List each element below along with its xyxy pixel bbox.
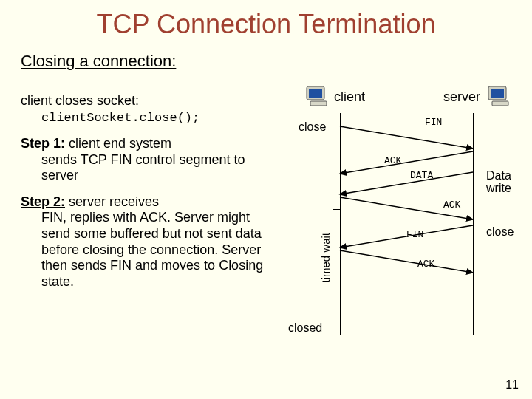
msg-ack1: ACK xyxy=(384,155,401,166)
server-label: server xyxy=(443,89,480,105)
step2-head: Step 2: xyxy=(21,194,65,209)
step2-tail: server receives xyxy=(65,194,159,209)
client-computer-icon xyxy=(304,85,331,112)
message-arrows xyxy=(340,113,473,342)
page-title: TCP Connection Termination xyxy=(0,0,532,40)
step1-head: Step 1: xyxy=(21,136,65,151)
server-timeline xyxy=(473,113,474,335)
section-subtitle: Closing a connection: xyxy=(0,40,532,78)
msg-data: DATA xyxy=(410,170,433,181)
evt-client-close: close xyxy=(299,120,326,134)
intro-code: clientSocket.close(); xyxy=(21,111,200,125)
evt-server-datawrite: Data write xyxy=(486,170,523,195)
msg-fin1: FIN xyxy=(425,117,442,128)
timed-wait-bracket xyxy=(332,209,340,321)
svg-line-6 xyxy=(340,126,473,149)
svg-rect-5 xyxy=(492,101,508,106)
step1-tail: client end system xyxy=(65,136,171,151)
msg-ack3: ACK xyxy=(417,259,434,270)
client-timeline xyxy=(340,113,341,335)
msg-fin2: FIN xyxy=(406,229,423,240)
svg-line-8 xyxy=(340,172,473,194)
svg-rect-1 xyxy=(309,89,322,98)
intro-line: client closes socket: xyxy=(21,93,139,108)
evt-client-closed: closed xyxy=(288,321,322,335)
sequence-diagram: client server close closed Data write cl… xyxy=(296,85,517,358)
msg-ack2: ACK xyxy=(443,200,460,211)
svg-rect-4 xyxy=(491,89,504,98)
client-label: client xyxy=(334,89,365,105)
timed-wait-label: timed wait xyxy=(319,233,332,283)
server-computer-icon xyxy=(486,85,513,112)
step1-body: sends TCP FIN control segment to server xyxy=(21,152,279,184)
page-number: 11 xyxy=(505,378,519,392)
svg-line-11 xyxy=(340,250,473,273)
svg-rect-2 xyxy=(310,101,327,106)
evt-server-close: close xyxy=(486,225,514,239)
explanation-text: client closes socket: clientSocket.close… xyxy=(21,93,279,300)
step2-body: FIN, replies with ACK. Server might send… xyxy=(21,210,279,290)
svg-line-7 xyxy=(340,151,473,174)
